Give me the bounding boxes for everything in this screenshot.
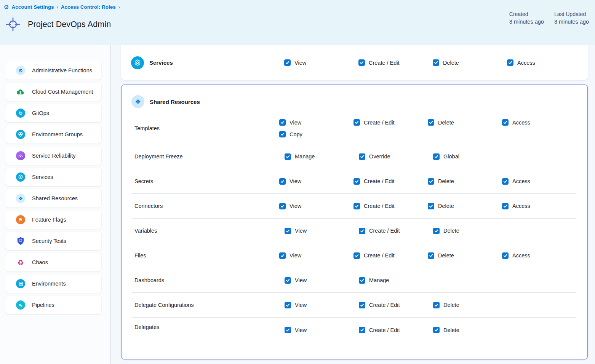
permission-view: View <box>284 59 358 66</box>
permission-row-deployment-freeze: Deployment Freeze ManageOverrideGlobal <box>132 144 576 169</box>
permission-create-edit: Create / Edit <box>358 59 433 66</box>
permission-label: Copy <box>290 131 302 137</box>
role-permissions-page: ⚙ Account Settings › Access Control: Rol… <box>0 0 595 364</box>
sidebar-item-label: Feature Flags <box>32 217 66 223</box>
checkbox-access[interactable] <box>507 59 513 66</box>
checkbox-view[interactable] <box>285 228 291 234</box>
checkbox-create-edit[interactable] <box>359 327 365 333</box>
sidebar-item-services[interactable]: Services <box>5 168 101 186</box>
shared-resources-card-header: ❖ Shared Resources <box>122 85 587 108</box>
permission-row-delegates: Delegates ViewCreate / EditDelete <box>132 317 576 352</box>
shared-resources-diamond-icon: ❖ <box>16 194 25 203</box>
checkbox-create-edit[interactable] <box>359 228 365 234</box>
checkbox-create-edit[interactable] <box>353 119 360 126</box>
permission-label: Create / Edit <box>369 228 400 234</box>
permission-lines: ViewCreate / EditDeleteAccessCopy <box>279 117 576 140</box>
checkbox-create-edit[interactable] <box>353 178 360 185</box>
sidebar-item-service-reliability[interactable]: Service Reliability <box>5 147 101 165</box>
checkbox-manage[interactable] <box>285 153 291 160</box>
checkbox-create-edit[interactable] <box>353 203 360 209</box>
permission-label: View <box>290 252 301 259</box>
permission-label: View <box>290 203 301 209</box>
checkbox-delete[interactable] <box>428 203 434 209</box>
checkbox-delete[interactable] <box>428 178 434 185</box>
permission-delete: Delete <box>428 119 502 126</box>
sidebar-item-environments[interactable]: Environments <box>5 275 101 293</box>
permission-override: Override <box>359 153 433 160</box>
permission-label: Create / Edit <box>364 203 395 209</box>
created-label: Created <box>509 11 544 17</box>
checkbox-global[interactable] <box>433 153 440 160</box>
sidebar-item-label: Administrative Functions <box>32 67 92 73</box>
sidebar-item-shared-resources[interactable]: ❖ Shared Resources <box>5 189 101 208</box>
permission-line: ViewCreate / EditDeleteAccess <box>279 250 576 262</box>
permission-access: Access <box>502 178 576 185</box>
permission-lines: ViewCreate / EditDelete <box>285 225 507 237</box>
created-meta: Created 3 minutes ago <box>509 11 544 25</box>
permission-label: Create / Edit <box>364 120 395 126</box>
checkbox-view[interactable] <box>285 327 291 333</box>
permission-lines: ViewCreate / EditDeleteAccess <box>279 250 576 262</box>
last-updated-meta: Last Updated 3 minutes ago <box>554 11 589 25</box>
checkbox-manage[interactable] <box>359 277 365 284</box>
checkbox-access[interactable] <box>502 119 509 126</box>
checkbox-delete[interactable] <box>433 59 439 66</box>
checkbox-view[interactable] <box>285 302 291 308</box>
sidebar-item-environment-groups[interactable]: Environment Groups <box>5 125 101 144</box>
sidebar-item-feature-flags[interactable]: ⚑ Feature Flags <box>5 211 101 229</box>
permission-line: ViewCreate / EditDelete <box>285 225 507 237</box>
permission-row-files: Files ViewCreate / EditDeleteAccess <box>132 243 576 268</box>
page-title: Project DevOps Admin <box>28 20 111 29</box>
checkbox-delete[interactable] <box>433 228 440 234</box>
permission-label: Delete <box>443 302 459 308</box>
checkbox-copy[interactable] <box>279 131 286 137</box>
shared-resources-permission-card[interactable]: ❖ Shared Resources Templates ViewCreate … <box>121 85 588 359</box>
checkbox-view[interactable] <box>279 252 286 259</box>
sidebar-item-label: Chaos <box>32 259 48 265</box>
checkbox-access[interactable] <box>502 178 509 185</box>
permission-label: Access <box>512 120 530 126</box>
sidebar-item-pipelines[interactable]: ∿ Pipelines <box>5 296 101 314</box>
checkbox-view[interactable] <box>284 59 291 66</box>
sidebar-item-label: GitOps <box>32 110 49 116</box>
sidebar-item-gitops[interactable]: ↻ GitOps <box>5 104 101 122</box>
checkbox-create-edit[interactable] <box>359 302 365 308</box>
checkbox-delete[interactable] <box>433 302 440 308</box>
last-updated-value: 3 minutes ago <box>554 19 589 25</box>
breadcrumb-access-control-roles[interactable]: Access Control: Roles <box>61 4 116 10</box>
checkbox-view[interactable] <box>279 178 286 185</box>
sidebar-item-security-tests[interactable]: Security Tests <box>5 232 101 250</box>
permission-label: Access <box>512 203 530 209</box>
permission-label: Delete <box>438 120 454 126</box>
sidebar-item-chaos[interactable]: ♻ Chaos <box>5 253 101 271</box>
meta-block: Created 3 minutes ago Last Updated 3 min… <box>509 11 589 25</box>
sidebar-item-cloud-cost-management[interactable]: $ Cloud Cost Management <box>5 83 101 101</box>
breadcrumb-separator-icon: › <box>56 4 58 10</box>
chaos-pinwheel-icon: ♻ <box>16 258 25 267</box>
checkbox-access[interactable] <box>502 203 509 209</box>
checkbox-delete[interactable] <box>433 327 440 333</box>
checkbox-access[interactable] <box>502 252 509 259</box>
settings-gear-icon: ⚙ <box>4 4 9 10</box>
permission-label: Access <box>512 178 530 184</box>
permission-view: View <box>285 277 359 284</box>
svg-text:$: $ <box>19 90 21 94</box>
sidebar-item-administrative-functions[interactable]: ⚙ Administrative Functions <box>5 61 101 80</box>
resource-label: Templates <box>134 125 279 131</box>
resource-label: Deployment Freeze <box>134 153 285 160</box>
checkbox-override[interactable] <box>359 153 365 160</box>
checkbox-delete[interactable] <box>428 252 434 259</box>
checkbox-delete[interactable] <box>428 119 434 126</box>
permission-manage: Manage <box>285 153 359 160</box>
breadcrumb-account-settings[interactable]: Account Settings <box>11 4 54 10</box>
cloud-dollar-icon: $ <box>16 87 25 96</box>
shared-resources-rows: Templates ViewCreate / EditDeleteAccessC… <box>132 113 576 352</box>
checkbox-create-edit[interactable] <box>353 252 360 259</box>
checkbox-view[interactable] <box>285 277 291 284</box>
checkbox-view[interactable] <box>279 119 286 126</box>
permission-lines: ManageOverrideGlobal <box>285 151 507 163</box>
services-permission-card[interactable]: Services ViewCreate / EditDeleteAccess <box>121 45 588 80</box>
checkbox-create-edit[interactable] <box>358 59 365 66</box>
checkbox-view[interactable] <box>279 203 286 209</box>
last-updated-label: Last Updated <box>554 11 589 17</box>
